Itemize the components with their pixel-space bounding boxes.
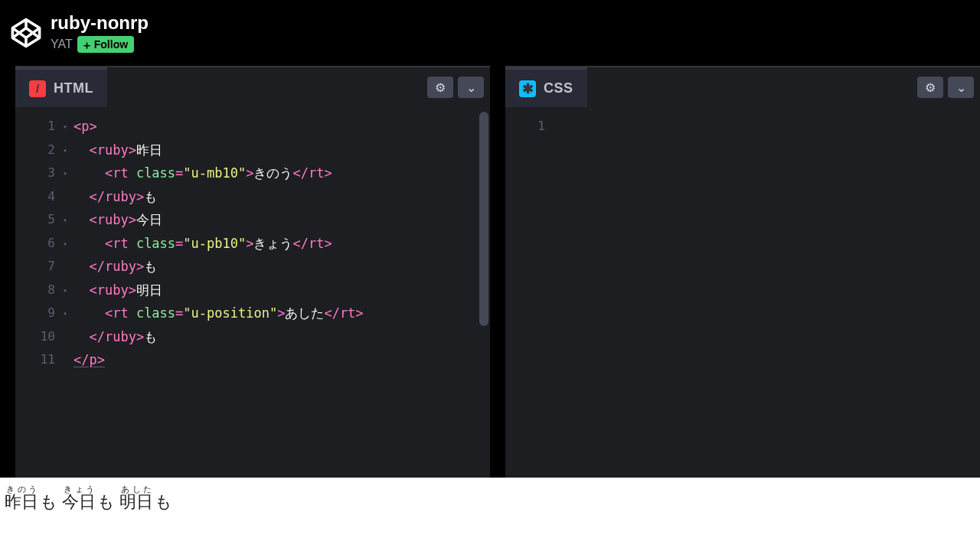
- follow-button[interactable]: ＋ Follow: [77, 36, 134, 53]
- html-collapse-button[interactable]: ⌄: [458, 77, 484, 98]
- html-code[interactable]: <p> <ruby>昨日 <rt class="u-mb10">きのう</rt>…: [61, 107, 490, 478]
- plus-icon: ＋: [81, 39, 93, 51]
- html-editor-controls: ⚙ ⌄: [427, 77, 490, 98]
- html-gutter: 1234567891011: [15, 107, 61, 478]
- css-icon: ✱: [519, 80, 536, 97]
- editors-row: / HTML ⚙ ⌄ 1234567891011 <p> <ruby>昨日 <r…: [0, 66, 980, 478]
- tab-html[interactable]: / HTML: [15, 67, 107, 107]
- html-icon: /: [29, 80, 46, 97]
- html-settings-button[interactable]: ⚙: [427, 77, 453, 98]
- header: ruby-nonrp YAT ＋ Follow: [0, 0, 980, 66]
- html-editor: / HTML ⚙ ⌄ 1234567891011 <p> <ruby>昨日 <r…: [15, 66, 490, 478]
- css-settings-button[interactable]: ⚙: [917, 77, 943, 98]
- author-link[interactable]: YAT: [51, 38, 73, 51]
- css-tab-label: CSS: [544, 80, 573, 96]
- author-row: YAT ＋ Follow: [51, 36, 149, 53]
- tab-css[interactable]: ✱ CSS: [505, 67, 587, 107]
- css-editor-controls: ⚙ ⌄: [917, 77, 980, 98]
- follow-label: Follow: [94, 38, 128, 51]
- preview-paragraph: 昨日きのうも 今日きょうも 明日あしたも: [5, 485, 975, 514]
- html-code-body[interactable]: 1234567891011 <p> <ruby>昨日 <rt class="u-…: [15, 107, 490, 478]
- pen-title: ruby-nonrp: [51, 13, 149, 33]
- html-tab-label: HTML: [54, 80, 93, 96]
- html-editor-header: / HTML ⚙ ⌄: [15, 67, 490, 107]
- codepen-logo[interactable]: [9, 16, 43, 50]
- css-code[interactable]: [551, 107, 980, 478]
- css-code-body[interactable]: 1: [505, 107, 980, 478]
- chevron-down-icon: ⌄: [466, 80, 476, 95]
- css-editor-header: ✱ CSS ⚙ ⌄: [505, 67, 980, 107]
- css-gutter: 1: [505, 107, 551, 478]
- css-editor: ✱ CSS ⚙ ⌄ 1: [505, 66, 980, 478]
- preview-pane: 昨日きのうも 今日きょうも 明日あしたも: [0, 478, 980, 548]
- title-wrap: ruby-nonrp YAT ＋ Follow: [51, 13, 149, 53]
- chevron-down-icon: ⌄: [956, 80, 966, 95]
- gear-icon: ⚙: [925, 80, 936, 95]
- css-collapse-button[interactable]: ⌄: [948, 77, 974, 98]
- html-scrollbar[interactable]: [479, 112, 488, 326]
- gear-icon: ⚙: [435, 80, 446, 95]
